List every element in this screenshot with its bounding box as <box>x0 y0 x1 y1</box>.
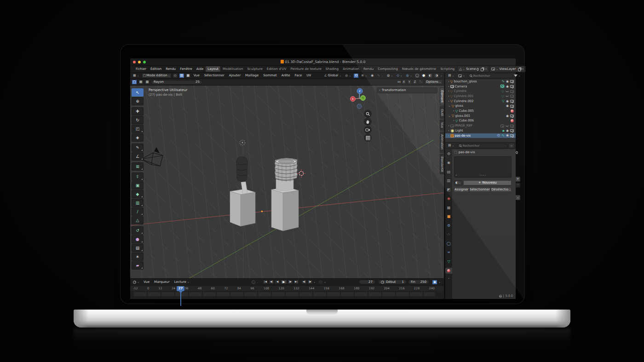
tool-scale[interactable]: ◰ <box>132 125 144 133</box>
shading-material-button[interactable]: ◐ <box>427 73 433 78</box>
workspace-tab-compositing[interactable]: Compositing <box>376 66 400 72</box>
camera-toggle-icon[interactable] <box>510 134 514 137</box>
eye-icon[interactable] <box>506 104 509 108</box>
timeline-editor-type-selector[interactable] <box>132 280 141 285</box>
workspace-tab-layout[interactable]: Layout <box>206 66 220 72</box>
eye-closed-icon[interactable] <box>506 90 509 92</box>
tool-knife[interactable]: ∕ <box>132 207 144 216</box>
outliner-row-gloss-001[interactable]: ▽ gloss.001 <box>445 114 516 119</box>
tool-add-cube[interactable]: ⊞ <box>132 162 144 171</box>
properties-tab-output[interactable]: ▤ <box>446 169 452 175</box>
close-window-button[interactable] <box>133 61 136 63</box>
play-reverse-button[interactable]: ◀ <box>275 280 280 284</box>
camera-toggle-icon[interactable] <box>510 100 514 103</box>
vertex-select-mode-button[interactable]: ◇ <box>172 73 178 78</box>
menu-rendu[interactable]: Rendu <box>164 67 178 72</box>
nudge-prev-button[interactable]: ◀| <box>301 280 307 284</box>
jump-to-start-button[interactable]: |◀ <box>263 280 268 284</box>
slot-list-resize-dots[interactable]: ∙∙∙∙ <box>479 174 486 177</box>
outliner-row-cube-005[interactable]: ▽ Cube.005 <box>445 109 516 114</box>
light-object[interactable] <box>240 140 245 145</box>
cursor-3d[interactable] <box>297 169 306 178</box>
workspace-tab-rendu[interactable]: Rendu <box>362 66 375 72</box>
bolt-thread-editmesh[interactable] <box>275 158 297 182</box>
zoom-button[interactable] <box>364 110 372 118</box>
menu-face[interactable]: Face <box>293 73 304 78</box>
play-button[interactable]: ▶ <box>281 280 287 284</box>
timeline-channels[interactable] <box>130 291 444 299</box>
npanel-tab-outil[interactable]: Outil <box>440 106 444 119</box>
tool-rotate[interactable]: ↻ <box>132 116 144 124</box>
tool-smooth[interactable]: ● <box>132 235 144 243</box>
workspace-tab-peinture-texture[interactable]: Peinture de texture <box>288 66 323 72</box>
outliner-row-cylindre-002[interactable]: ▽ Cylindre.002 ▽ <box>445 99 516 104</box>
npanel-transform-header[interactable]: Transformation <box>377 87 437 93</box>
mode-selector[interactable]: ▢Mode édition <box>142 73 172 78</box>
sync-dropdown[interactable]: ◯ <box>251 280 259 285</box>
auto-keyframe-button[interactable]: ◉ <box>432 280 437 285</box>
properties-tab-render[interactable]: ◉ <box>446 160 452 166</box>
menu-maillage[interactable]: Maillage <box>243 73 260 78</box>
expand-icon[interactable] <box>448 124 449 127</box>
outliner-row-cube-006[interactable]: ▽ Cube.006 <box>445 119 516 124</box>
scene-selector[interactable]: △ Scene <box>457 66 489 72</box>
current-frame-field[interactable]: 27 <box>359 280 375 284</box>
radius-slider[interactable]: Rayon25 <box>151 80 202 85</box>
snap-toggle-button[interactable]: Ω <box>353 73 359 78</box>
proportional-edit-button[interactable]: ◉ <box>369 73 375 78</box>
expand-icon[interactable] <box>448 85 449 88</box>
outliner-filter-id-selector[interactable] <box>457 73 466 78</box>
properties-tab-object-data[interactable]: ▽ <box>446 259 452 264</box>
tool-move[interactable]: ✚ <box>132 107 144 115</box>
outliner-search[interactable] <box>467 74 513 78</box>
shading-dropdown-icon[interactable] <box>440 74 443 77</box>
tool-cursor[interactable]: ⊕ <box>132 97 144 105</box>
eye-icon[interactable] <box>506 115 509 118</box>
workspace-tab-shading[interactable]: Shading <box>324 66 340 72</box>
menu-arete[interactable]: Arête <box>280 73 292 78</box>
menu-selectionner[interactable]: Sélectionner <box>202 73 226 78</box>
camera-toggle-icon[interactable] <box>510 95 514 98</box>
workspace-tab-animation[interactable]: Animation <box>341 66 361 72</box>
gizmos-dropdown[interactable]: ◇ <box>395 73 403 78</box>
pin-icon[interactable] <box>515 151 518 154</box>
new-viewlayer-icon[interactable] <box>518 68 521 71</box>
material-slots-list[interactable]: ▸ ∙∙∙∙ <box>454 156 512 178</box>
tool-annotate[interactable]: ✎ <box>132 144 144 152</box>
npanel-tab-animation[interactable]: Animation <box>440 132 444 152</box>
expand-icon[interactable] <box>448 134 449 138</box>
delete-viewlayer-icon[interactable] <box>522 68 524 71</box>
properties-search[interactable] <box>457 144 508 148</box>
overlays-dropdown[interactable]: ◎ <box>405 73 414 78</box>
properties-tab-physics[interactable]: ◯ <box>446 241 452 247</box>
mirror-x-button[interactable]: X <box>402 80 406 85</box>
npanel-tab-vue[interactable]: Vue <box>440 120 444 131</box>
properties-editor-type-selector[interactable]: ▤ <box>447 143 456 148</box>
minimize-window-button[interactable] <box>138 61 141 63</box>
properties-tab-material[interactable] <box>445 268 452 274</box>
eye-closed-icon[interactable] <box>506 125 509 126</box>
expand-icon[interactable] <box>448 129 449 132</box>
prev-keyframe-button[interactable]: ◀| <box>269 280 274 284</box>
menu-ajouter[interactable]: Ajouter <box>227 73 242 78</box>
gloss-tube-object[interactable] <box>230 157 255 226</box>
timeline-menu-vue[interactable]: Vue <box>142 280 151 285</box>
camera-view-button[interactable] <box>364 126 372 134</box>
properties-tab-constraints[interactable]: ∞ <box>446 250 452 256</box>
tool-shrink-fatten[interactable]: ∗ <box>132 253 144 261</box>
new-scene-icon[interactable] <box>481 68 483 71</box>
menu-uv[interactable]: UV <box>305 73 313 78</box>
pan-button[interactable] <box>364 118 372 126</box>
zoom-window-button[interactable] <box>143 61 146 63</box>
visibility-dropdown[interactable]: ◍ <box>385 73 394 78</box>
tool-inset-faces[interactable]: ▣ <box>132 181 144 190</box>
face-select-mode-button[interactable]: ■ <box>185 73 191 78</box>
workspace-tab-edition-uv[interactable]: Édition d'UV <box>265 66 288 72</box>
keying-set-icon[interactable]: ◌ <box>318 280 323 285</box>
snapping-dropdown[interactable]: ≡ <box>360 73 368 78</box>
properties-tab-tool[interactable]: ⚙ <box>446 151 452 157</box>
eye-closed-icon[interactable] <box>506 95 509 97</box>
remove-material-slot-button[interactable] <box>515 183 520 188</box>
tool-extrude-region[interactable]: ⇧ <box>132 172 144 181</box>
select-extend-button[interactable]: ▦ <box>138 80 144 85</box>
